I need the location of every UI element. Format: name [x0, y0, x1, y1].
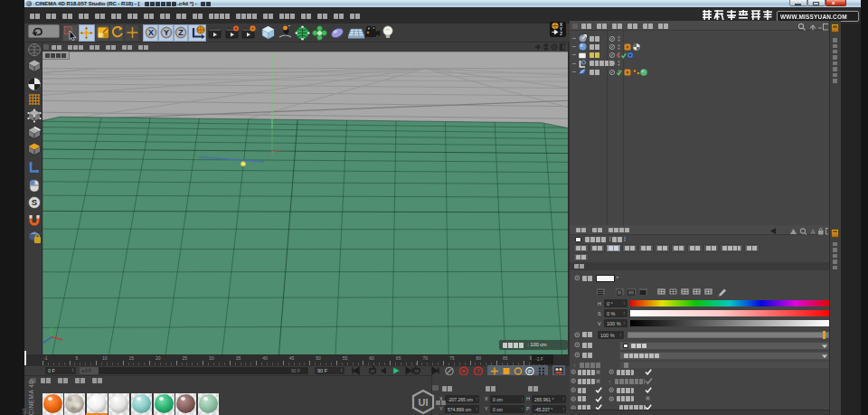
svg-text:A: A	[811, 228, 816, 234]
svg-text:UI: UI	[419, 397, 429, 408]
svg-text:Y: Y	[163, 28, 168, 37]
svg-text:S: S	[31, 197, 36, 207]
svg-text:Z: Z	[178, 28, 184, 37]
svg-text:P: P	[528, 369, 532, 374]
svg-text:X: X	[147, 28, 153, 37]
svg-text:Z: Z	[560, 32, 562, 36]
svg-text:?: ?	[476, 367, 480, 373]
